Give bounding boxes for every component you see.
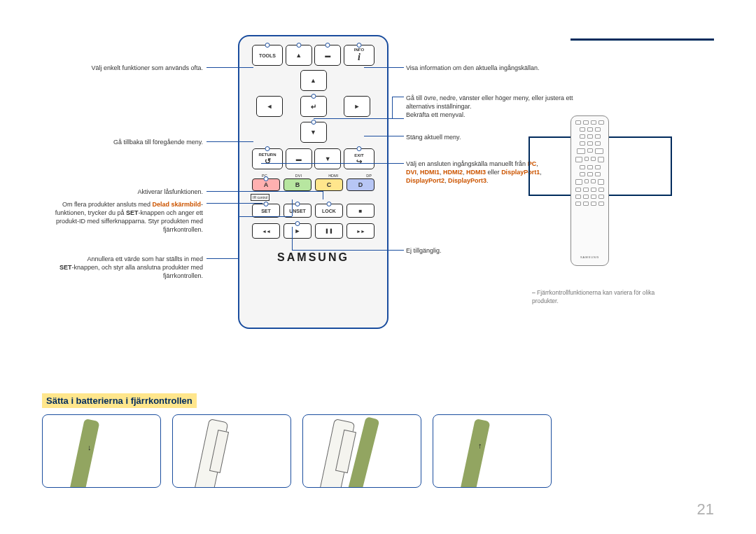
blank-button-2 [286, 148, 312, 169]
side-remote: SAMSUNG [570, 115, 609, 266]
leader-dpad-v [392, 97, 393, 118]
leader-dpad [314, 118, 404, 119]
leader-tools [206, 67, 253, 68]
side-brand: SAMSUNG [580, 255, 599, 259]
remote-control: TOOLS INFO i [238, 35, 388, 329]
leader-exit [364, 136, 404, 136]
arrow-down-icon: ↓ [88, 443, 92, 451]
leader-unset-v [238, 203, 239, 258]
stop-button [346, 204, 374, 218]
set-button: SET [252, 204, 280, 218]
leader-lock-v [323, 191, 323, 199]
leader-abcd [261, 163, 404, 164]
c-button: C [315, 178, 343, 191]
arrow-up-icon: ↓ [478, 443, 482, 451]
return-button: RETURN [252, 148, 283, 169]
battery-step-4: ↓ [433, 414, 552, 488]
leader-dpad2 [392, 97, 404, 97]
info-button: INFO i [344, 45, 374, 66]
pause-button [315, 223, 343, 239]
tools-button: TOOLS [252, 45, 283, 66]
dpad-center [300, 96, 327, 117]
unset-button: UNSET [284, 204, 312, 218]
remote-brand: SAMSUNG [252, 251, 374, 264]
leader-return [206, 141, 253, 142]
ir-row: IR control [252, 194, 374, 201]
b-button: B [284, 178, 312, 191]
dpad-left [256, 96, 283, 117]
info-icon: i [358, 52, 360, 63]
dpad-right [344, 96, 370, 117]
return-icon [265, 157, 271, 166]
battery-step-2 [172, 414, 291, 488]
remote-diagram-area: TOOLS INFO i [42, 35, 714, 329]
leader-info [364, 67, 404, 68]
set-row: SET UNSET LOCK [252, 204, 374, 218]
dpad [252, 70, 374, 143]
lock-callout: Aktiverar låsfunktionen. [137, 188, 203, 196]
dvi-tiny-label: DVI [295, 174, 302, 178]
dpad-up [300, 70, 327, 91]
leader-unset3 [292, 199, 293, 216]
a-button: A [252, 178, 280, 191]
info-callout: Visa information om den aktuella ingångs… [406, 64, 539, 72]
abcd-row: A B C D [252, 178, 374, 191]
up-secondary-button [286, 45, 312, 66]
leader-unset [206, 258, 238, 259]
leader-lock [206, 191, 323, 192]
set-callout: Om flera produkter ansluts med Delad skä… [42, 200, 203, 234]
blank-button-1 [314, 45, 341, 66]
battery-steps: ↓ ↓ [42, 414, 552, 488]
leader-unset2 [238, 216, 292, 217]
down-secondary-button [314, 148, 341, 169]
dpad-down [300, 122, 327, 143]
dp-tiny-label: DP [366, 174, 372, 178]
exit-button: EXIT [344, 148, 374, 169]
leader-set [206, 203, 262, 204]
leader-play [292, 250, 404, 251]
section-title: Sätta i batterierna i fjärrkontrollen [42, 393, 197, 408]
leader-play-v [292, 227, 293, 250]
d-button: D [346, 178, 374, 191]
footnote: – Fjärrkontrollfunktionerna kan variera … [532, 289, 672, 306]
play-button [284, 223, 312, 239]
tools-label: TOOLS [259, 53, 276, 58]
hdmi-tiny-label: HDMI [328, 174, 338, 178]
side-diagram: SAMSUNG – Fjärrkontrollfunktionerna kan … [528, 115, 672, 301]
fwd-button [346, 223, 374, 239]
rewind-button [252, 223, 280, 239]
playback-row [252, 223, 374, 239]
tools-callout: Välj enkelt funktioner som används ofta. [91, 64, 203, 72]
battery-step-1: ↓ [42, 414, 161, 488]
unset-callout: Annullera ett värde som har ställts in m… [42, 255, 203, 280]
battery-step-3 [302, 414, 421, 488]
ir-label: IR control [251, 194, 270, 201]
return-callout: Gå tillbaka till föregående meny. [113, 138, 203, 146]
page-number: 21 [697, 500, 714, 519]
exit-callout: Stäng aktuell meny. [406, 133, 461, 141]
lock-button: LOCK [315, 204, 343, 218]
abcd-tiny-labels: PC DVI HDMI DP [252, 174, 374, 178]
playback-callout: Ej tillgänglig. [406, 246, 442, 255]
